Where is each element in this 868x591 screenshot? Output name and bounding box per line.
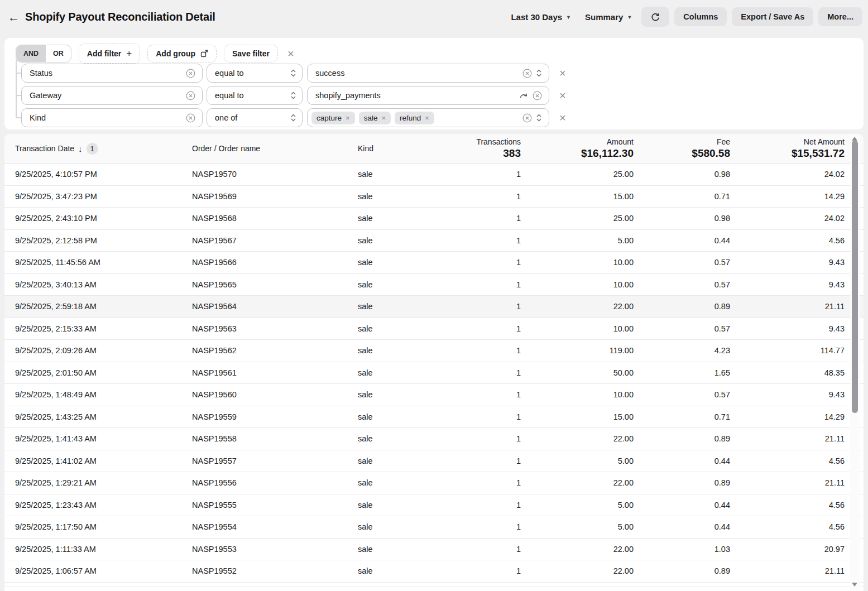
add-group-button[interactable]: Add group [147, 45, 217, 63]
or-toggle[interactable]: OR [46, 45, 71, 62]
clear-circle-icon[interactable] [533, 91, 542, 100]
table-row[interactable]: 9/25/2025, 1:41:02 AM NASP19557 sale 1 5… [4, 450, 864, 473]
date-range-dropdown[interactable]: Last 30 Days ▼ [506, 9, 576, 25]
column-header-transactions[interactable]: Transactions 383 [441, 137, 526, 160]
table-row[interactable]: 9/25/2025, 2:15:33 AM NASP19563 sale 1 1… [4, 318, 864, 340]
columns-button[interactable]: Columns [674, 7, 727, 26]
scroll-down-icon[interactable] [852, 583, 857, 587]
filter-tags: capture× sale× refund× [311, 112, 434, 124]
filter-value-multiselect[interactable]: capture× sale× refund× [307, 108, 549, 127]
cell-order-name: NASP19569 [177, 192, 343, 201]
column-header-fee[interactable]: Fee $580.58 [639, 137, 736, 160]
remove-filter-icon[interactable]: × [559, 68, 566, 79]
cell-fee: 0.98 [639, 214, 736, 223]
filter-tag[interactable]: refund× [395, 112, 434, 124]
vertical-scrollbar[interactable] [850, 134, 860, 591]
cell-kind: sale [343, 280, 441, 289]
cell-net-amount: 9.43 [736, 258, 850, 267]
filter-row-kind: Kind one of capture× sale× refund× × [4, 108, 864, 127]
back-arrow-icon[interactable]: ← [8, 11, 20, 23]
cell-order-name: NASP19564 [177, 302, 343, 311]
toolbar: Last 30 Days ▼ Summary ▼ Columns Export … [506, 7, 862, 27]
cell-kind: sale [343, 478, 441, 487]
table-row[interactable]: 9/25/2025, 1:41:43 AM NASP19558 sale 1 2… [4, 428, 864, 450]
cell-fee: 0.98 [639, 170, 736, 179]
cell-net-amount: 24.02 [736, 214, 850, 223]
cell-net-amount: 4.56 [736, 501, 850, 510]
save-filter-button[interactable]: Save filter [224, 45, 278, 63]
filter-operator-select[interactable]: one of [207, 108, 303, 127]
cell-transaction-date: 9/25/2025, 1:23:43 AM [4, 501, 177, 510]
filter-field-select[interactable]: Kind [21, 108, 203, 127]
table-row[interactable]: 9/25/2025, 4:10:57 PM NASP19570 sale 1 2… [4, 164, 864, 186]
filter-value-input[interactable]: shopify_payments [307, 86, 549, 105]
table-row[interactable]: 9/25/2025, 2:59:18 AM NASP19564 sale 1 2… [4, 296, 864, 318]
cell-fee: 0.89 [639, 302, 736, 311]
column-header-order-name[interactable]: Order / Order name [177, 144, 343, 153]
column-header-kind[interactable]: Kind [343, 144, 441, 153]
refresh-button[interactable] [641, 7, 669, 27]
cell-transactions: 1 [441, 478, 526, 487]
table-row[interactable]: 9/25/2025, 2:12:58 PM NASP19567 sale 1 5… [4, 230, 864, 252]
table-row[interactable]: 9/25/2025, 1:06:57 AM NASP19552 sale 1 2… [4, 560, 864, 583]
clear-circle-icon[interactable] [186, 91, 195, 100]
cell-transactions: 1 [441, 501, 526, 510]
table-row[interactable]: 9/25/2025, 3:40:13 AM NASP19565 sale 1 1… [4, 274, 864, 296]
column-header-net-amount[interactable]: Net Amount $15,531.72 [736, 137, 850, 160]
column-header-transaction-date[interactable]: Transaction Date ↓ 1 [4, 143, 177, 155]
export-save-as-button[interactable]: Export / Save As [732, 7, 813, 26]
table-row[interactable]: 9/25/2025, 1:48:49 AM NASP19560 sale 1 1… [4, 384, 864, 406]
scroll-up-icon[interactable] [852, 137, 857, 141]
date-range-label: Last 30 Days [511, 12, 562, 22]
cell-net-amount: 21.11 [736, 302, 850, 311]
clear-filters-icon[interactable]: × [287, 48, 294, 59]
table-row[interactable]: 9/25/2025, 2:01:50 AM NASP19561 sale 1 5… [4, 362, 864, 385]
table-row[interactable]: 9/25/2025, 1:11:33 AM NASP19553 sale 1 2… [4, 539, 864, 561]
cell-transactions: 1 [441, 302, 526, 311]
filter-field-select[interactable]: Gateway [21, 86, 203, 105]
filter-toolbar: AND OR Add filter + Add group Save filte… [16, 44, 294, 64]
filter-tag[interactable]: sale× [359, 112, 391, 124]
more-button[interactable]: More... [818, 7, 862, 26]
filter-operator-select[interactable]: equal to [207, 86, 303, 105]
table-row[interactable]: 9/25/2025, 2:09:26 AM NASP19562 sale 1 1… [4, 340, 864, 362]
filter-tag[interactable]: capture× [311, 112, 355, 124]
clear-circle-icon[interactable] [186, 69, 195, 78]
remove-tag-icon[interactable]: × [425, 114, 429, 122]
table-row[interactable]: 9/25/2025, 1:23:43 AM NASP19555 sale 1 5… [4, 494, 864, 517]
and-toggle[interactable]: AND [16, 45, 46, 62]
filter-field-select[interactable]: Status [21, 64, 203, 83]
cell-order-name: NASP19568 [177, 214, 343, 223]
cell-transaction-date: 9/25/2025, 3:47:23 PM [4, 192, 177, 201]
cell-transactions: 1 [441, 390, 526, 399]
filter-value-input[interactable]: success [307, 64, 549, 83]
scrollbar-thumb[interactable] [852, 141, 858, 413]
table-row[interactable]: 9/25/2025, 3:47:23 PM NASP19569 sale 1 1… [4, 186, 864, 208]
clear-circle-icon[interactable] [522, 113, 532, 123]
column-header-amount[interactable]: Amount $16,112.30 [526, 137, 639, 160]
page-title: Shopify Payout Reconciliation Detail [25, 11, 215, 23]
remove-tag-icon[interactable]: × [346, 114, 350, 122]
chevron-updown-icon [536, 68, 542, 78]
cell-kind: sale [343, 170, 441, 179]
cell-net-amount: 24.02 [736, 170, 850, 179]
clear-circle-icon[interactable] [522, 69, 532, 78]
remove-tag-icon[interactable]: × [381, 114, 386, 122]
table-body: 9/25/2025, 4:10:57 PM NASP19570 sale 1 2… [4, 164, 864, 583]
remove-filter-icon[interactable]: × [559, 112, 566, 123]
view-mode-dropdown[interactable]: Summary ▼ [581, 9, 636, 25]
table-row[interactable]: 9/25/2025, 1:29:21 AM NASP19556 sale 1 2… [4, 472, 864, 494]
cell-transaction-date: 9/25/2025, 1:06:57 AM [4, 566, 177, 575]
chevron-updown-icon [290, 68, 296, 78]
table-row[interactable]: 9/25/2025, 2:43:10 PM NASP19568 sale 1 2… [4, 208, 864, 230]
add-filter-button[interactable]: Add filter + [79, 44, 140, 64]
redo-arrow-icon[interactable] [519, 92, 529, 99]
cell-transaction-date: 9/25/2025, 1:41:43 AM [4, 434, 177, 443]
table-row[interactable]: 9/25/2025, 11:45:56 AM NASP19566 sale 1 … [4, 252, 864, 274]
table-row[interactable]: 9/25/2025, 1:43:25 AM NASP19559 sale 1 1… [4, 406, 864, 429]
remove-filter-icon[interactable]: × [559, 90, 566, 101]
cell-fee: 0.89 [639, 434, 736, 443]
clear-circle-icon[interactable] [186, 113, 195, 123]
table-row[interactable]: 9/25/2025, 1:17:50 AM NASP19554 sale 1 5… [4, 516, 864, 539]
filter-operator-select[interactable]: equal to [207, 64, 303, 83]
